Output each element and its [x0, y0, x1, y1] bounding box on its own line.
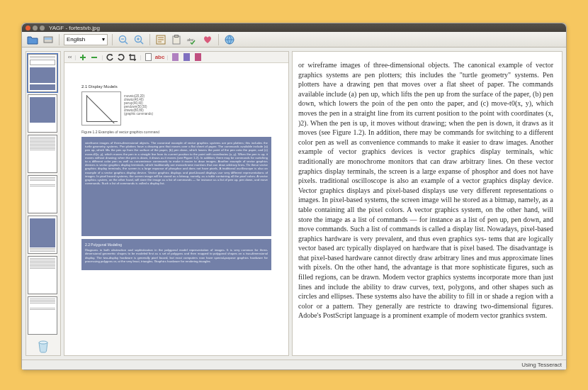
titlebar[interactable]: YAGF - fortestvb.jpg [22, 23, 566, 32]
thumbnail-7[interactable] [28, 296, 57, 335]
main-toolbar: English ▾ abc [22, 32, 566, 48]
trash-icon[interactable] [35, 338, 51, 353]
thumbnail-5[interactable] [28, 216, 57, 254]
text-icon[interactable]: abc [156, 53, 164, 62]
svg-rect-18 [195, 53, 201, 61]
scanner-icon[interactable] [42, 33, 55, 46]
separator [218, 34, 219, 45]
block-b-icon[interactable] [183, 53, 191, 62]
window-controls [26, 26, 45, 30]
body-area: ‹‹ | | | abc | 2.1 Display Models [22, 48, 566, 360]
preview-text-block-2[interactable]: 2.2 Polygonal Modeling Diagrams in both … [81, 239, 271, 270]
preview-text-block-1[interactable]: wireframe images of three-dimensional ob… [81, 137, 271, 236]
block-c-icon[interactable] [194, 53, 203, 62]
minimize-icon[interactable] [33, 26, 38, 30]
crop-icon[interactable] [128, 53, 137, 62]
svg-rect-11 [175, 35, 179, 37]
clipboard-icon[interactable] [170, 33, 183, 46]
page-preview[interactable]: 2.1 Display Models moveto(20,20) drawto(… [64, 63, 288, 355]
spellcheck-icon[interactable]: abc [186, 33, 198, 46]
status-text: Using Tesseract [521, 362, 562, 368]
chevron-down-icon: ▾ [102, 36, 105, 43]
svg-point-14 [39, 341, 47, 344]
ocr-output-panel[interactable]: or wireframe images of three-dimensional… [292, 51, 562, 356]
open-file-icon[interactable] [26, 33, 39, 46]
block-a-icon[interactable] [171, 53, 180, 62]
prev-page-icon[interactable]: ‹‹ [68, 54, 72, 60]
zoom-in-icon[interactable] [132, 33, 145, 46]
maximize-icon[interactable] [40, 26, 45, 30]
ocr-text: or wireframe images of three-dimensional… [298, 61, 553, 319]
globe-icon[interactable] [223, 33, 236, 46]
language-label: English [67, 36, 85, 43]
svg-line-3 [125, 41, 128, 44]
separator [112, 34, 113, 45]
rotate-cw-icon[interactable] [117, 53, 125, 62]
plus-icon[interactable] [79, 53, 87, 62]
thumbnail-list [28, 54, 59, 335]
svg-line-6 [141, 41, 144, 44]
preview-toolbar: ‹‹ | | | abc | [64, 52, 288, 63]
svg-rect-15 [146, 54, 152, 61]
svg-text:abc: abc [187, 37, 194, 43]
svg-rect-1 [45, 38, 52, 40]
svg-rect-17 [183, 53, 190, 61]
thumbnail-4[interactable] [28, 175, 57, 213]
thumbnail-1[interactable] [28, 54, 57, 92]
preview-block2-body: Diagrams in both abstraction and sophist… [85, 248, 268, 263]
rotate-ccw-icon[interactable] [106, 53, 114, 62]
recognize-icon[interactable] [154, 33, 167, 46]
page-preview-panel: ‹‹ | | | abc | 2.1 Display Models [64, 51, 289, 356]
page-icon[interactable] [145, 53, 153, 62]
statusbar: Using Tesseract [22, 360, 566, 369]
zoom-out-icon[interactable] [117, 33, 130, 46]
thumbnail-3[interactable] [28, 135, 57, 173]
language-select[interactable]: English ▾ [64, 34, 108, 45]
thumbnail-6[interactable] [28, 256, 57, 294]
thumbnail-2[interactable] [28, 94, 57, 133]
preview-figure-plot [81, 91, 121, 126]
separator [149, 34, 150, 45]
preview-figure-caption: Figure 1.2 Examples of vector graphics c… [81, 130, 271, 134]
separator [59, 34, 60, 45]
thumbnail-panel [26, 51, 61, 356]
svg-rect-16 [172, 53, 179, 61]
preview-section-heading: 2.1 Display Models [81, 84, 271, 89]
window-title: YAGF - fortestvb.jpg [49, 25, 100, 31]
preview-figure: moveto(20,20) drawto(40,40) penup(40,40)… [81, 91, 271, 126]
app-window: YAGF - fortestvb.jpg English ▾ abc [21, 23, 567, 370]
heart-icon[interactable] [201, 33, 214, 46]
preview-block2-title: 2.2 Polygonal Modeling [85, 243, 268, 247]
close-icon[interactable] [26, 26, 30, 30]
preview-figure-legend: moveto(20,20) drawto(40,40) penup(40,40)… [124, 91, 271, 126]
minus-icon[interactable] [90, 53, 98, 62]
